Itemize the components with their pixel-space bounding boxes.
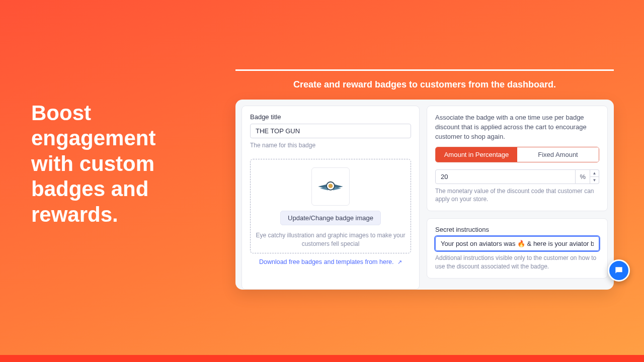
badge-title-input[interactable] xyxy=(250,124,411,138)
discount-amount-input[interactable] xyxy=(435,169,576,184)
badge-image-preview xyxy=(311,167,350,206)
headline: Boost engagement with custom badges and … xyxy=(31,101,155,227)
svg-point-1 xyxy=(329,184,333,188)
caption: Create and reward badges to customers fr… xyxy=(235,79,614,90)
stepper-down[interactable]: ▼ xyxy=(590,177,599,184)
discount-card: Associate the badge with a one time use … xyxy=(427,106,608,211)
discount-amount-helper: The monetary value of the discount code … xyxy=(435,187,599,204)
badge-title-label: Badge title xyxy=(250,113,411,121)
discount-amount-row: % ▲ ▼ xyxy=(435,169,599,184)
wings-icon xyxy=(315,176,346,197)
chat-icon xyxy=(614,265,624,276)
stepper-up[interactable]: ▲ xyxy=(590,170,599,177)
secret-instructions-input[interactable] xyxy=(435,236,599,251)
associate-text: Associate the badge with a one time use … xyxy=(435,113,599,142)
right-column: Associate the badge with a one time use … xyxy=(427,106,608,290)
badge-image-helper: Eye catchy illustration and graphic imag… xyxy=(256,231,406,248)
external-link-icon: ↗ xyxy=(397,259,402,265)
download-templates-text: Download free badges and templates from … xyxy=(259,258,394,265)
discount-type-segmented: Amount in Percentage Fixed Amount xyxy=(435,147,599,162)
secret-instructions-label: Secret instructions xyxy=(435,226,599,233)
badge-title-card: Badge title The name for this badge Upda… xyxy=(242,106,420,290)
download-templates-link[interactable]: Download free badges and templates from … xyxy=(250,258,411,265)
secret-instructions-card: Secret instructions Additional instructi… xyxy=(427,218,608,279)
update-badge-image-button[interactable]: Update/Change badge image xyxy=(280,211,381,225)
page-root: Boost engagement with custom badges and … xyxy=(0,0,644,362)
bottom-stripe xyxy=(0,355,644,362)
segment-fixed[interactable]: Fixed Amount xyxy=(517,147,599,162)
badge-title-helper: The name for this badge xyxy=(250,141,411,150)
segment-percentage[interactable]: Amount in Percentage xyxy=(436,147,517,162)
secret-instructions-helper: Additional instructions visible only to … xyxy=(435,254,599,271)
dashboard-panel: Badge title The name for this badge Upda… xyxy=(235,100,614,290)
amount-stepper: ▲ ▼ xyxy=(590,169,599,184)
divider xyxy=(235,69,614,71)
chat-launcher-button[interactable] xyxy=(608,259,630,282)
badge-image-dropzone[interactable]: Update/Change badge image Eye catchy ill… xyxy=(250,159,411,254)
discount-unit-label: % xyxy=(576,169,590,184)
